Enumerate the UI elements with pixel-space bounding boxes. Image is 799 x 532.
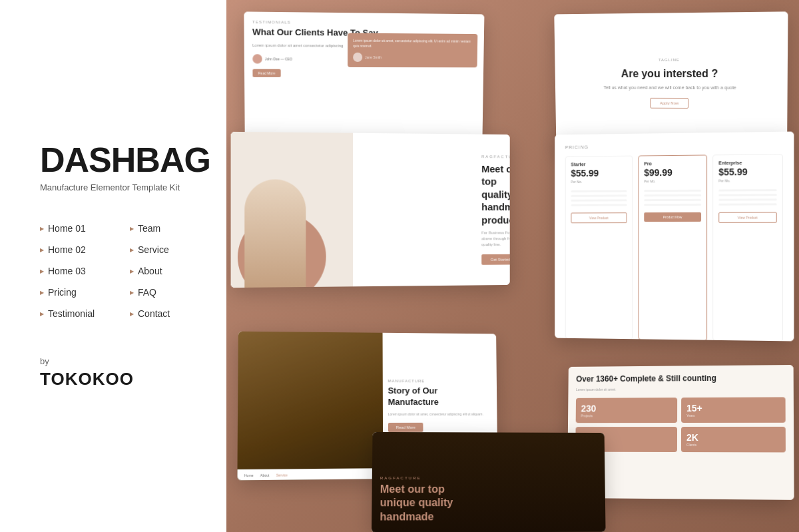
story-text: Lorem ipsum dolor sit amet, consectetur …	[388, 412, 487, 417]
pricing-col-starter: Starter $55.99 Per Mo. View Product	[565, 156, 633, 340]
feature-line	[644, 194, 701, 196]
feature-line	[571, 190, 627, 192]
plan-price-enterprise: $55.99	[718, 166, 776, 178]
nav-item-team[interactable]: Team	[130, 219, 206, 238]
plan-period-pro: Per Mo.	[644, 179, 701, 184]
feature-line	[571, 204, 627, 206]
preview-card-testimonial: Testimonials What Our Clients Have To Sa…	[244, 11, 484, 147]
plan-btn-enterprise[interactable]: View Product	[718, 212, 776, 223]
plan-period-enterprise: Per Mo.	[718, 178, 776, 183]
story-image	[237, 332, 382, 481]
feature-line	[571, 199, 627, 201]
testimonial-author: Jane Smith	[365, 55, 382, 59]
reviewer-name: John Doe — CEO	[265, 57, 292, 61]
pricing-col-enterprise: Enterprise $55.99 Per Mo. View Product	[712, 154, 783, 341]
hero-dark-brand: RAGFACTURE	[380, 476, 597, 480]
stats-text: Lorem ipsum dolor sit amet.	[576, 386, 785, 392]
creator-name: TOKOKOO	[40, 369, 206, 390]
feature-line	[718, 194, 776, 196]
nav-grid: Home 01 Team Home 02 Service Home 03 Abo…	[40, 219, 206, 323]
interested-btn[interactable]: Apply Now	[650, 98, 688, 109]
stat-label-projects: Projects	[581, 413, 672, 417]
pricing-col-pro: Pro $99.99 Per Mo. Product Now	[638, 154, 707, 340]
stat-label-years: Years	[686, 413, 780, 417]
preview-card-product: RAGFACTURE Meet our top quality handmade…	[231, 132, 510, 288]
hero-dark-heading: Meet our top unique quality handmade	[380, 483, 597, 525]
plan-name-enterprise: Enterprise	[718, 160, 776, 165]
brand-subtitle: Manufacture Elementor Template Kit	[40, 182, 206, 192]
pricing-tag: Pricing	[565, 142, 783, 150]
hero-heading-line1: Meet our top	[380, 483, 445, 495]
stat-num-projects: 230	[581, 403, 672, 413]
feature-line	[644, 190, 701, 192]
stat-num-years: 15+	[686, 402, 780, 413]
hero-heading-line2: unique quality	[380, 497, 453, 508]
nav-item-faq[interactable]: FAQ	[130, 283, 206, 302]
story-heading: Story of Our Manufacture	[388, 386, 486, 408]
nav-item-testimonial[interactable]: Testimonial	[40, 304, 117, 323]
nav-item-home01[interactable]: Home 01	[40, 219, 117, 238]
nav-item-contact[interactable]: Contact	[130, 304, 206, 323]
nav-item-service[interactable]: Service	[130, 240, 206, 259]
product-brand: RAGFACTURE	[481, 154, 509, 158]
testimonial-btn[interactable]: Read More	[252, 69, 280, 77]
stats-grid: 230 Projects 15+ Years 36 Awards 2K Clie…	[575, 397, 786, 452]
nav-link: About	[260, 473, 269, 477]
plan-period-starter: Per Mo.	[571, 180, 627, 184]
testimonial-avatar	[353, 53, 362, 62]
nav-item-home02[interactable]: Home 02	[40, 240, 117, 259]
testimonial-quote: Lorem ipsum dolor sit amet, consectetur …	[353, 39, 472, 49]
product-heading: Meet our top quality handmade products	[481, 162, 509, 226]
feature-line	[644, 204, 701, 206]
product-image	[231, 132, 353, 288]
product-content: RAGFACTURE Meet our top quality handmade…	[471, 144, 510, 276]
plan-btn-starter[interactable]: View Product	[571, 212, 627, 223]
interested-tag: Tagline	[659, 58, 680, 62]
brand-title: DASHBAG	[40, 142, 206, 177]
interested-heading: Are you intersted ?	[621, 67, 718, 81]
plan-price-starter: $55.99	[571, 168, 627, 179]
testimonial-box: Lorem ipsum dolor sit amet, consectetur …	[348, 33, 477, 68]
nav-item-about[interactable]: About	[130, 262, 206, 280]
avatar	[252, 54, 262, 63]
by-label: by	[40, 356, 206, 366]
interested-text: Tell us what you need and we will come b…	[603, 85, 736, 90]
stat-box-projects: 230 Projects	[576, 398, 677, 423]
stat-label-clients: Clients	[686, 443, 780, 447]
preview-card-hero-dark: RAGFACTURE Meet our top unique quality h…	[372, 432, 606, 532]
feature-line	[571, 194, 627, 196]
nav-link: Home	[244, 473, 254, 477]
testimonial-tag: Testimonials	[252, 20, 477, 26]
preview-card-pricing: Pricing Starter $55.99 Per Mo. View Prod…	[555, 132, 794, 342]
plan-btn-pro[interactable]: Product Now	[644, 212, 701, 222]
stat-num-clients: 2K	[686, 432, 780, 443]
image-overlay	[237, 332, 382, 481]
nav-link-active: Service	[276, 473, 288, 477]
feature-line	[718, 189, 776, 192]
stat-box-years: 15+ Years	[681, 397, 786, 423]
story-brand: MANUFACTURE	[388, 380, 486, 384]
feature-line	[718, 203, 776, 205]
stat-box-clients: 2K Clients	[681, 426, 786, 452]
right-panel: Testimonials What Our Clients Have To Sa…	[226, 0, 799, 532]
product-text: For Business Forward above through from …	[481, 230, 509, 248]
nav-item-pricing[interactable]: Pricing	[40, 283, 117, 302]
hero-heading-line3: handmade	[380, 511, 433, 522]
plan-price-pro: $99.99	[644, 167, 701, 178]
nav-item-home03[interactable]: Home 03	[40, 262, 117, 280]
left-panel: DASHBAG Manufacture Elementor Template K…	[0, 0, 246, 532]
product-btn[interactable]: Get Started	[481, 254, 509, 265]
plan-name-pro: Pro	[644, 161, 701, 166]
plan-name-starter: Starter	[571, 162, 627, 167]
stats-heading: Over 1360+ Complete & Still counting	[576, 373, 785, 385]
pricing-columns: Starter $55.99 Per Mo. View Product Pro …	[565, 154, 783, 341]
feature-line	[718, 198, 776, 200]
feature-line	[644, 199, 701, 201]
person-figure	[244, 179, 306, 288]
story-btn[interactable]: Read More	[388, 422, 423, 431]
